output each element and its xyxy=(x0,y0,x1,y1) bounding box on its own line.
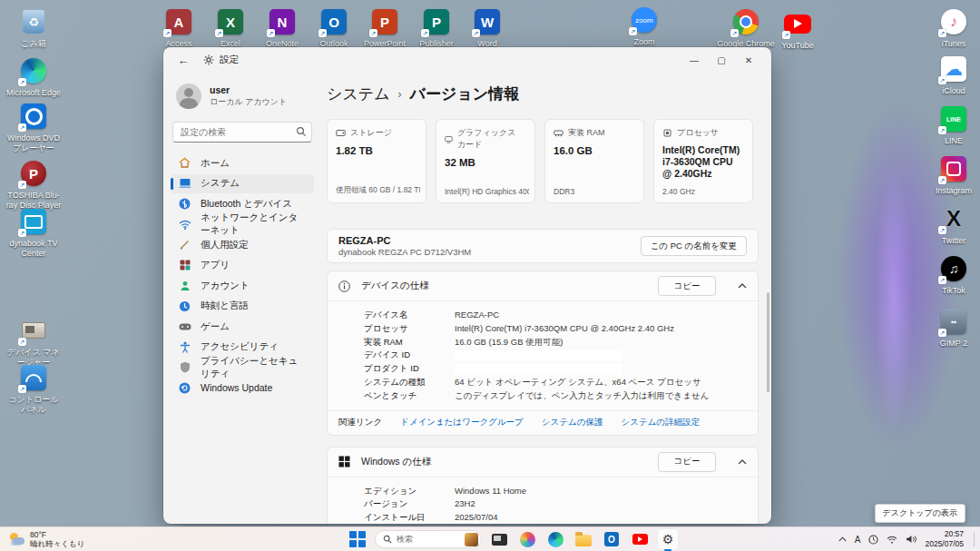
tray-chevron-icon[interactable] xyxy=(838,536,847,542)
taskbar-app-icon[interactable] xyxy=(488,528,510,550)
desktop-icon-dvd-player[interactable]: ↗ Windows DVD プレーヤー xyxy=(4,102,64,153)
access-icon: A↗ xyxy=(164,7,193,36)
settings-search-input[interactable] xyxy=(172,122,312,143)
search-highlight-image xyxy=(465,533,478,546)
window-title: 設定 xyxy=(220,54,239,66)
settings-content: システム › バージョン情報 ストレージ 1.82 TB 使用領域 60 GB … xyxy=(327,73,771,524)
weather-widget[interactable]: 80°F 晴れ時々くもり xyxy=(0,530,136,548)
edge-icon: ↗ xyxy=(19,56,48,85)
link-system-protection[interactable]: システムの保護 xyxy=(542,417,603,428)
windows-spec-header[interactable]: Windows の仕様 コピー xyxy=(328,448,758,477)
desktop-icon-tiktok[interactable]: ♫↗ TikTok xyxy=(924,254,980,296)
windows-spec-copy-button[interactable]: コピー xyxy=(658,452,716,472)
collapse-chevron-icon[interactable] xyxy=(738,283,747,289)
back-button[interactable]: ← xyxy=(172,51,194,69)
nav-item-accounts[interactable]: アカウント xyxy=(171,276,314,295)
system-tray: A 20:57 2025/07/05 xyxy=(838,527,975,551)
windows-logo-icon xyxy=(338,456,350,467)
word-icon: W↗ xyxy=(473,7,502,36)
related-links-row: 関連リンク ドメインまたはワークグループ システムの保護 システムの詳細設定 xyxy=(328,410,758,435)
publisher-icon: P↗ xyxy=(422,7,451,36)
desktop-icon-line[interactable]: LINE↗ LINE xyxy=(924,104,980,146)
chrome-icon: ↗ xyxy=(731,7,760,36)
instagram-icon: ↗ xyxy=(939,154,968,183)
taskbar-search-input[interactable] xyxy=(397,535,451,544)
clock[interactable]: 20:57 2025/07/05 xyxy=(925,529,964,548)
storage-icon xyxy=(336,128,346,138)
pc-name: REGZA-PC xyxy=(338,235,471,246)
desktop-icon-device-manager[interactable]: ↗ デバイス マネージャー xyxy=(4,316,64,368)
nav-item-bluetooth[interactable]: Bluetooth とデバイス xyxy=(171,194,314,213)
copilot-icon[interactable] xyxy=(516,528,538,550)
settings-search xyxy=(172,122,312,143)
close-button[interactable]: ✕ xyxy=(735,50,762,70)
system-icon xyxy=(178,177,191,191)
volume-icon[interactable] xyxy=(906,535,916,544)
account-block[interactable]: user ローカル アカウント xyxy=(171,80,314,122)
nav-item-gaming[interactable]: ゲーム xyxy=(171,317,314,336)
minimize-button[interactable]: — xyxy=(681,50,708,70)
device-spec-copy-button[interactable]: コピー xyxy=(658,276,716,296)
wallpaper-bloom-core xyxy=(867,109,921,490)
nav-item-privacy[interactable]: プライバシーとセキュリティ xyxy=(171,358,314,377)
link-advanced-system-settings[interactable]: システムの詳細設定 xyxy=(621,417,700,428)
wifi-icon xyxy=(178,218,191,231)
ime-indicator[interactable]: A xyxy=(855,535,861,545)
settings-taskbar-icon[interactable]: ⚙ xyxy=(657,528,679,550)
settings-window: ← 設定 — ▢ ✕ user ローカル アカウント ホーム xyxy=(163,47,771,524)
nav-item-windows-update[interactable]: Windows Update xyxy=(171,379,314,398)
device-manager-icon: ↗ xyxy=(19,316,48,345)
nav-item-network[interactable]: ネットワークとインターネット xyxy=(171,215,314,234)
desktop-icon-word[interactable]: W↗ Word xyxy=(457,7,517,49)
taskbar-center: O ⚙ xyxy=(347,528,679,550)
breadcrumb: システム › バージョン情報 xyxy=(327,84,759,104)
device-spec-header[interactable]: デバイスの仕様 コピー xyxy=(328,271,758,300)
icloud-icon: ☁↗ xyxy=(939,54,968,84)
desktop-icon-instagram[interactable]: ↗ Instagram xyxy=(924,154,980,196)
title-bar: ← 設定 — ▢ ✕ xyxy=(163,47,771,73)
start-button[interactable] xyxy=(347,528,368,550)
desktop-icon-icloud[interactable]: ☁↗ iCloud xyxy=(924,54,980,96)
breadcrumb-system[interactable]: システム xyxy=(327,84,390,104)
windows-spec-section: Windows の仕様 コピー エディションWindows 11 Home バー… xyxy=(327,447,759,524)
avatar xyxy=(176,84,201,109)
youtube-icon[interactable] xyxy=(629,528,651,550)
desktop-icon-edge[interactable]: ↗ Microsoft Edge xyxy=(4,56,64,98)
desktop-icon-toshiba-bluray[interactable]: P↗ TOSHIBA Blu-ray Disc Player xyxy=(4,159,64,211)
scrollbar-thumb[interactable] xyxy=(767,292,769,392)
nav-item-time-language[interactable]: 時刻と言語 xyxy=(171,297,314,316)
file-explorer-icon[interactable] xyxy=(573,528,594,550)
outlook-icon[interactable]: O xyxy=(601,528,622,550)
desktop-icon-control-panel[interactable]: ↗ コントロール パネル xyxy=(4,363,64,415)
weather-icon xyxy=(9,533,25,546)
nav-item-home[interactable]: ホーム xyxy=(171,153,314,172)
desktop-icon-recycle-bin[interactable]: ♻ ごみ箱 xyxy=(4,7,64,49)
info-icon xyxy=(338,280,350,292)
taskbar-search[interactable] xyxy=(375,530,482,548)
tray-clock-icon[interactable] xyxy=(868,535,878,545)
desktop-icon-itunes[interactable]: ♪↗ iTunes xyxy=(924,7,980,49)
link-domain-workgroup[interactable]: ドメインまたはワークグループ xyxy=(400,417,524,428)
desktop-icon-gimp[interactable]: 🞄🞄↗ GIMP 2 xyxy=(924,307,980,349)
nav-item-apps[interactable]: アプリ xyxy=(171,256,314,275)
desktop-icon-twitter-x[interactable]: X↗ Twitter xyxy=(924,204,980,246)
maximize-button[interactable]: ▢ xyxy=(708,50,735,70)
line-icon: LINE↗ xyxy=(939,104,968,133)
desktop-icon-youtube[interactable]: ↗ YouTube xyxy=(768,9,828,51)
device-spec-body: デバイス名REGZA-PC プロセッサIntel(R) Core(TM) i7-… xyxy=(328,300,758,410)
edge-icon[interactable] xyxy=(544,528,566,550)
wifi-icon[interactable] xyxy=(887,536,897,544)
ram-icon xyxy=(554,128,564,138)
show-desktop-button[interactable] xyxy=(974,532,975,546)
windows-spec-body: エディションWindows 11 Home バージョン23H2 インストール日2… xyxy=(328,477,758,524)
nav-item-accessibility[interactable]: アクセシビリティ xyxy=(171,338,314,357)
collapse-chevron-icon[interactable] xyxy=(738,459,747,465)
bluetooth-icon xyxy=(178,197,191,211)
person-icon xyxy=(178,279,191,292)
rename-pc-button[interactable]: この PC の名前を変更 xyxy=(641,236,747,256)
dvd-player-icon: ↗ xyxy=(19,102,48,131)
nav-item-personalization[interactable]: 個人用設定 xyxy=(171,235,314,254)
desktop-icon-dynabook-tv[interactable]: ↗ dynabook TV Center xyxy=(4,207,64,259)
tray-date: 2025/07/05 xyxy=(925,539,964,549)
nav-item-system[interactable]: システム xyxy=(171,174,314,193)
